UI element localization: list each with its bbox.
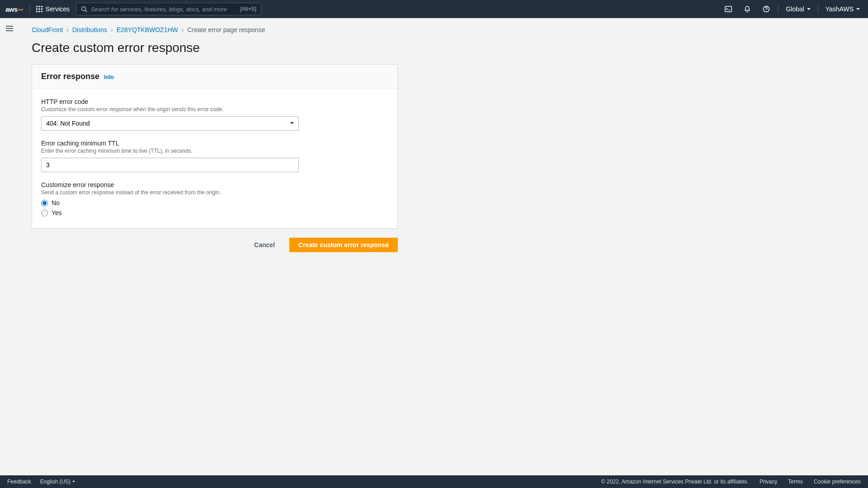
http-error-select[interactable]: 404: Not Found — [41, 116, 299, 131]
svg-rect-4 — [39, 9, 40, 10]
services-grid-icon — [36, 6, 42, 12]
notifications-icon[interactable] — [740, 2, 755, 16]
svg-rect-11 — [725, 6, 731, 12]
search-shortcut: [Alt+S] — [240, 6, 256, 12]
global-search[interactable]: [Alt+S] — [76, 3, 261, 15]
breadcrumb-link-distribution-id[interactable]: E28YQTKBWOZ1HW — [117, 26, 178, 33]
region-selector[interactable]: Global — [783, 5, 813, 13]
services-menu-button[interactable]: Services — [36, 5, 70, 13]
http-error-select-wrapper: 404: Not Found — [41, 116, 299, 131]
submit-button[interactable]: Create custom error response — [289, 238, 398, 252]
svg-line-10 — [85, 10, 87, 12]
breadcrumb-link-cloudfront[interactable]: CloudFront — [32, 26, 63, 33]
breadcrumb: CloudFront › Distributions › E28YQTKBWOZ… — [32, 26, 850, 33]
search-icon — [81, 6, 87, 12]
account-label: YashAWS — [826, 5, 854, 13]
ttl-input[interactable] — [41, 158, 299, 172]
field-ttl: Error caching minimum TTL Enter the erro… — [41, 140, 388, 172]
field-label: Error caching minimum TTL — [41, 140, 388, 147]
radio-yes[interactable] — [41, 210, 48, 216]
account-selector[interactable]: YashAWS — [823, 5, 863, 13]
caret-down-icon — [856, 8, 860, 10]
top-nav: aws⌣ Services [Alt+S] Global — [0, 0, 868, 18]
radio-row-no: No — [41, 199, 388, 206]
side-nav-toggle[interactable] — [4, 23, 15, 34]
radio-row-yes: Yes — [41, 209, 388, 216]
panel-title: Error response — [41, 72, 99, 81]
svg-rect-0 — [36, 6, 38, 7]
chevron-right-icon: › — [182, 26, 184, 33]
aws-logo[interactable]: aws⌣ — [5, 5, 23, 13]
svg-rect-8 — [41, 11, 42, 12]
info-link[interactable]: Info — [104, 74, 114, 80]
main-content: CloudFront › Distributions › E28YQTKBWOZ… — [18, 18, 868, 270]
svg-rect-5 — [41, 9, 42, 10]
chevron-right-icon: › — [66, 26, 69, 33]
cancel-button[interactable]: Cancel — [245, 238, 284, 252]
nav-divider — [29, 5, 30, 14]
panel-header: Error response Info — [32, 65, 397, 89]
top-nav-left: aws⌣ Services [Alt+S] — [5, 3, 721, 15]
cloudshell-icon[interactable] — [721, 2, 736, 16]
page-title: Create custom error response — [32, 41, 850, 55]
field-desc: Customize the custom error response when… — [41, 106, 388, 113]
error-response-panel: Error response Info HTTP error code Cust… — [32, 64, 398, 229]
breadcrumb-current: Create error page response — [187, 26, 265, 33]
svg-rect-1 — [39, 6, 40, 7]
svg-rect-3 — [36, 9, 38, 10]
field-label: Customize error response — [41, 181, 388, 188]
nav-divider — [778, 5, 778, 14]
help-icon[interactable] — [759, 2, 774, 16]
radio-label-yes[interactable]: Yes — [52, 209, 62, 216]
nav-divider — [818, 5, 818, 14]
hamburger-icon — [6, 26, 13, 31]
svg-rect-2 — [41, 6, 42, 7]
services-label: Services — [45, 5, 70, 13]
panel-body: HTTP error code Customize the custom err… — [32, 89, 397, 228]
field-label: HTTP error code — [41, 98, 388, 105]
radio-label-no[interactable]: No — [52, 199, 60, 206]
field-http-error-code: HTTP error code Customize the custom err… — [41, 98, 388, 131]
button-row: Cancel Create custom error response — [32, 238, 398, 252]
caret-down-icon — [807, 8, 811, 10]
breadcrumb-link-distributions[interactable]: Distributions — [72, 26, 107, 33]
chevron-right-icon: › — [111, 26, 113, 33]
region-label: Global — [786, 5, 804, 13]
top-nav-right: Global YashAWS — [721, 2, 863, 16]
aws-logo-text: aws — [5, 5, 18, 13]
svg-rect-7 — [39, 11, 40, 12]
field-desc: Send a custom error response instead of … — [41, 189, 388, 196]
svg-rect-6 — [36, 11, 38, 12]
field-customize: Customize error response Send a custom e… — [41, 181, 388, 216]
search-input[interactable] — [91, 6, 240, 13]
svg-point-9 — [82, 7, 86, 11]
radio-no[interactable] — [41, 200, 48, 206]
field-desc: Enter the error caching minimum time to … — [41, 148, 388, 154]
